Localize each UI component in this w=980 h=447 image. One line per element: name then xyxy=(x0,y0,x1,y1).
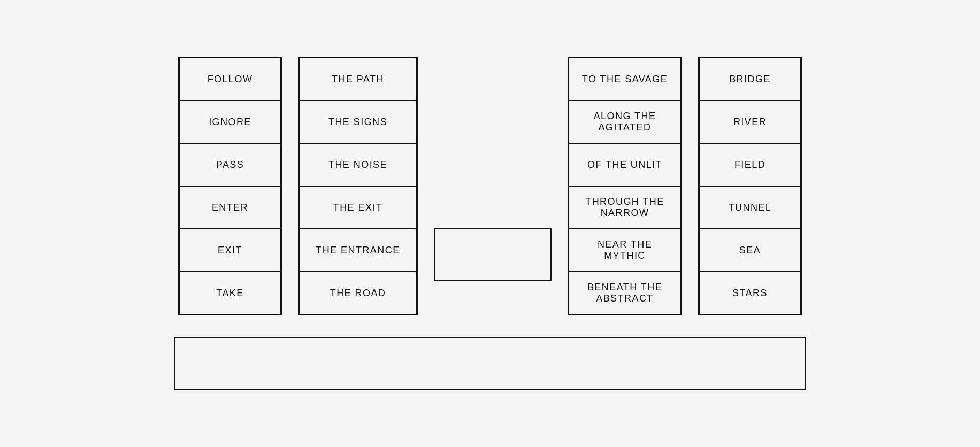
cell-the-road[interactable]: THE ROAD xyxy=(299,272,417,314)
cell-sea[interactable]: SEA xyxy=(699,229,801,272)
cell-the-path[interactable]: THE PATH xyxy=(299,58,417,101)
column-nouns: BRIDGE RIVER FIELD TUNNEL SEA STARS xyxy=(698,57,802,315)
cell-ignore[interactable]: IGNORE xyxy=(179,101,281,143)
cell-tunnel[interactable]: TUNNEL xyxy=(699,186,801,229)
cell-follow[interactable]: FOLLOW xyxy=(179,58,281,101)
column-verbs: FOLLOW IGNORE PASS ENTER EXIT TAKE xyxy=(178,57,282,315)
column-the-things: THE PATH THE SIGNS THE NOISE THE EXIT TH… xyxy=(298,57,418,315)
cell-the-exit[interactable]: THE EXIT xyxy=(299,186,417,229)
page-container: FOLLOW IGNORE PASS ENTER EXIT TAKE THE P… xyxy=(0,35,980,412)
middle-empty-box xyxy=(434,228,552,281)
column-locations: TO THE SAVAGE ALONG THE AGITATED OF THE … xyxy=(568,57,682,315)
cell-beneath-the-abstract[interactable]: BENEATH THE ABSTRACT xyxy=(569,272,681,314)
bottom-sentence-box[interactable] xyxy=(174,337,806,390)
cell-river[interactable]: RIVER xyxy=(699,101,801,143)
cell-near-the-mythic[interactable]: NEAR THE MYTHIC xyxy=(569,229,681,272)
cell-pass[interactable]: PASS xyxy=(179,143,281,186)
cell-take[interactable]: TAKE xyxy=(179,272,281,314)
cell-to-the-savage[interactable]: TO THE SAVAGE xyxy=(569,58,681,101)
cell-the-noise[interactable]: THE NOISE xyxy=(299,143,417,186)
cell-exit[interactable]: EXIT xyxy=(179,229,281,272)
cell-along-the-agitated[interactable]: ALONG THE AGITATED xyxy=(569,101,681,143)
cell-the-entrance[interactable]: THE ENTRANCE xyxy=(299,229,417,272)
top-section: FOLLOW IGNORE PASS ENTER EXIT TAKE THE P… xyxy=(178,57,802,315)
cell-the-signs[interactable]: THE SIGNS xyxy=(299,101,417,143)
cell-stars[interactable]: STARS xyxy=(699,272,801,314)
cell-of-the-unlit[interactable]: OF THE UNLIT xyxy=(569,143,681,186)
cell-enter[interactable]: ENTER xyxy=(179,186,281,229)
cell-field[interactable]: FIELD xyxy=(699,143,801,186)
cell-through-the-narrow[interactable]: THROUGH THE NARROW xyxy=(569,186,681,229)
cell-bridge[interactable]: BRIDGE xyxy=(699,58,801,101)
